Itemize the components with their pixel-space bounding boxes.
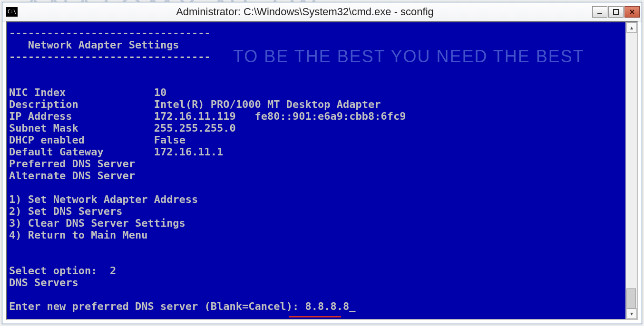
- menu-option-4: 4) Return to Main Menu: [9, 229, 147, 241]
- menu-option-3: 3) Clear DNS Server Settings: [9, 217, 185, 229]
- window-controls: [592, 6, 640, 18]
- dhcp-row: DHCP enabled False: [9, 134, 185, 146]
- preferred-dns-row: Preferred DNS Server: [9, 158, 135, 170]
- dns-input-line[interactable]: Enter new preferred DNS server (Blank=Ca…: [9, 300, 356, 312]
- dns-servers-heading: DNS Servers: [9, 277, 78, 288]
- alternate-dns-row: Alternate DNS Server: [9, 170, 135, 182]
- divider: --------------------------------: [9, 51, 211, 63]
- window-title: Administrator: C:\Windows\System32\cmd.e…: [18, 6, 592, 18]
- system-menu-icon[interactable]: C:\: [6, 7, 18, 17]
- chevron-down-icon: ▾: [630, 310, 633, 317]
- highlight-underline: [289, 316, 341, 317]
- subnet-mask-row: Subnet Mask 255.255.255.0: [9, 122, 236, 134]
- scroll-down-button[interactable]: ▾: [626, 308, 637, 319]
- menu-option-1: 1) Set Network Adapter Address: [9, 193, 198, 205]
- cmd-window: C:\ Administrator: C:\Windows\System32\c…: [2, 2, 642, 324]
- gateway-row: Default Gateway 172.16.11.1: [9, 146, 223, 158]
- select-option-prompt: Select option: 2: [9, 265, 116, 277]
- vertical-scrollbar[interactable]: ▴ ▾: [625, 22, 637, 319]
- minimize-button[interactable]: [592, 6, 607, 18]
- dns-input-value: 8.8.8.8_: [305, 300, 356, 312]
- console-output[interactable]: -------------------------------- Network…: [7, 22, 625, 319]
- svg-rect-1: [614, 10, 618, 14]
- nic-index-row: NIC Index 10: [9, 86, 166, 98]
- chevron-up-icon: ▴: [630, 24, 633, 31]
- titlebar[interactable]: C:\ Administrator: C:\Windows\System32\c…: [2, 2, 642, 21]
- divider: --------------------------------: [9, 27, 211, 39]
- scrollbar-thumb[interactable]: [626, 288, 636, 308]
- menu-option-2: 2) Set DNS Servers: [9, 205, 122, 217]
- description-row: Description Intel(R) PRO/1000 MT Desktop…: [9, 98, 381, 110]
- section-header: Network Adapter Settings: [9, 39, 179, 51]
- close-button[interactable]: [624, 6, 640, 18]
- maximize-button[interactable]: [608, 6, 624, 18]
- svg-rect-0: [597, 13, 602, 14]
- console-frame: -------------------------------- Network…: [6, 21, 638, 320]
- scroll-up-button[interactable]: ▴: [626, 22, 637, 33]
- scrollbar-track[interactable]: [626, 33, 637, 308]
- ip-address-row: IP Address 172.16.11.119 fe80::901:e6a9:…: [9, 110, 406, 122]
